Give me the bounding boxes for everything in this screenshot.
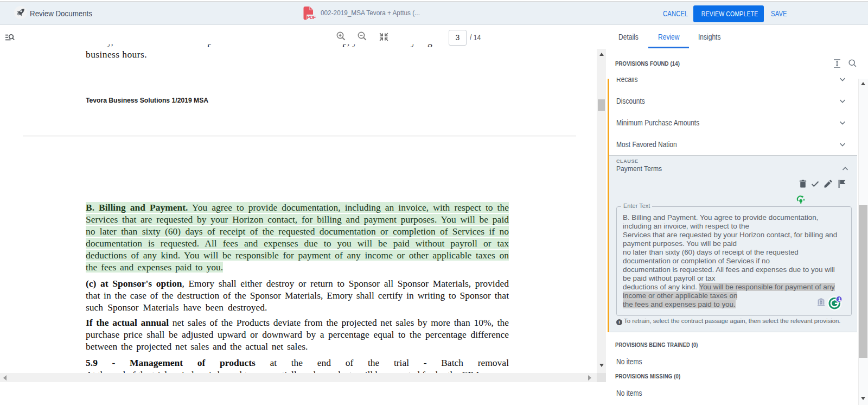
svg-text:1: 1 (838, 296, 841, 302)
svg-text:PDF: PDF (307, 15, 316, 20)
